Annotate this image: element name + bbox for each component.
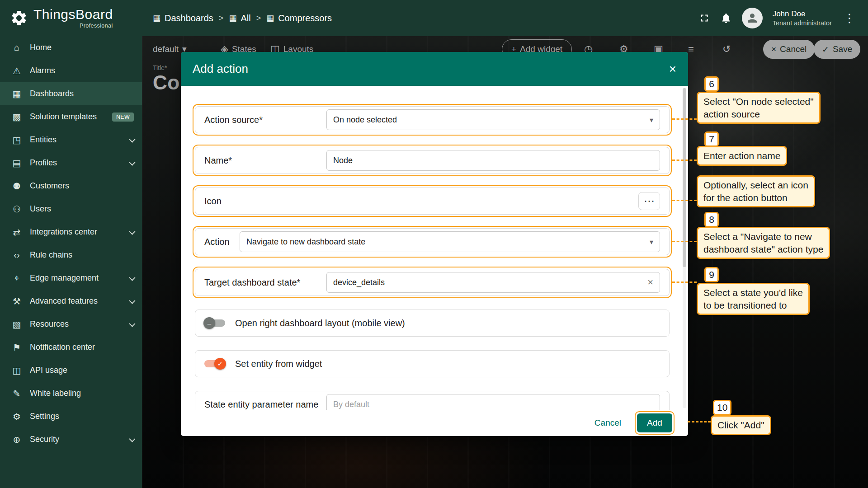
target-state-label: Target dashboard state* [204,277,326,288]
breadcrumb-dashboards[interactable]: ▦ Dashboards [153,13,213,23]
action-label: Action [204,237,240,247]
name-input[interactable] [333,156,653,165]
breadcrumb-label: Dashboards [165,13,213,23]
logo-subtitle: Professional [33,23,113,29]
entities-icon: ◳ [11,135,23,145]
dialog-cancel-button[interactable]: Cancel [594,418,621,428]
chevron-down-icon [129,297,135,304]
sidebar-item-security[interactable]: ⊕Security [0,428,142,451]
clear-icon[interactable]: × [647,277,653,287]
sidebar-item-label: Customers [30,181,69,191]
profiles-icon: ▤ [11,158,23,169]
sidebar-item-api-usage[interactable]: ◫API usage [0,359,142,382]
chevron-down-icon [129,274,135,281]
white-labeling-icon: ✎ [11,388,23,399]
sidebar-item-advanced-features[interactable]: ⚒Advanced features [0,290,142,313]
field-action-highlight: Action Navigate to new dashboard state ▾ [193,226,672,258]
sidebar-item-white-labeling[interactable]: ✎White labeling [0,382,142,405]
api-usage-icon: ◫ [11,365,23,376]
callout-number-10: 10 [713,400,731,415]
action-source-select[interactable]: On node selected ▾ [326,109,660,130]
breadcrumb-compressors[interactable]: ▦ Compressors [266,13,332,23]
top-bar: ▦ Dashboards > ▦ All > ▦ Compressors [142,0,868,36]
dialog-footer: Cancel Add [181,410,688,436]
state-param-input[interactable] [333,400,653,409]
toggle-row-mobile-layout: – Open right dashboard layout (mobile vi… [195,310,670,337]
icon-picker-button[interactable]: ⋯ [638,192,660,210]
target-state-input[interactable] [333,278,647,287]
more-menu-button[interactable]: ⋮ [842,11,857,25]
sidebar-item-label: Resources [30,319,69,329]
sidebar-item-settings[interactable]: ⚙Settings [0,405,142,428]
edge-management-icon: ⌖ [11,273,23,283]
bell-icon [720,12,732,24]
field-icon-highlight: Icon ⋯ [193,185,672,217]
breadcrumb-all[interactable]: ▦ All [229,13,250,23]
scrollbar-thumb[interactable] [683,88,686,267]
sidebar-item-customers[interactable]: ⚉Customers [0,174,142,197]
sidebar-item-home[interactable]: ⌂Home [0,36,142,59]
toggle-knob: – [203,317,215,329]
dialog-body: Action source* On node selected ▾ Name* [181,86,688,436]
avatar[interactable] [742,8,763,28]
sidebar-item-label: Users [30,204,51,214]
sidebar-item-integrations-center[interactable]: ⇄Integrations center [0,221,142,244]
sidebar-item-edge-management[interactable]: ⌖Edge management [0,267,142,290]
sidebar-item-users[interactable]: ⚇Users [0,197,142,221]
rule-chains-icon: ‹› [11,250,23,260]
sidebar-item-dashboards[interactable]: ▦Dashboards [0,82,142,105]
breadcrumb-separator: > [219,14,224,23]
sidebar-item-label: Notification center [30,343,95,352]
dialog-add-button[interactable]: Add [637,413,672,432]
callout-text-9: Select a state you'd like to be transiti… [697,283,810,315]
sidebar-item-solution-templates[interactable]: ▩Solution templatesNEW [0,105,142,128]
callout-text-7: Enter action name [697,146,787,166]
breadcrumb-separator: > [256,14,261,23]
sidebar-item-resources[interactable]: ▧Resources [0,313,142,336]
action-type-select[interactable]: Navigate to new dashboard state ▾ [240,231,660,252]
connector-target-state [672,282,697,283]
user-menu[interactable]: John Doe Tenant administrator [773,9,832,27]
breadcrumb: ▦ Dashboards > ▦ All > ▦ Compressors [153,13,332,23]
mobile-layout-toggle[interactable]: – [204,319,225,327]
action-source-value: On node selected [333,115,397,125]
fullscreen-button[interactable] [698,12,710,24]
customers-icon: ⚉ [11,181,23,192]
sidebar-item-rule-chains[interactable]: ‹›Rule chains [0,244,142,267]
thingsboard-logo[interactable]: ThingsBoard Professional [0,0,142,36]
sidebar-item-entities[interactable]: ◳Entities [0,128,142,151]
sidebar-item-alarms[interactable]: ⚠Alarms [0,59,142,82]
security-icon: ⊕ [11,434,23,445]
chevron-down-icon [129,228,135,235]
callout-text-6: Select "On node selected" action source [697,92,821,124]
dialog-title: Add action [193,62,248,76]
dashboards-icon: ▦ [266,13,274,23]
field-action: Action Navigate to new dashboard state ▾ [195,228,670,255]
target-state-input-box: × [326,272,660,293]
callout-number-8: 8 [704,212,719,227]
add-button-highlight: Add [635,411,675,435]
callout-text-icon: Optionally, select an icon for the actio… [697,175,815,207]
breadcrumb-label: Compressors [278,13,332,23]
sidebar-item-notification-center[interactable]: ⚑Notification center [0,336,142,359]
sidebar: ThingsBoard Professional ⌂Home ⚠Alarms ▦… [0,0,142,488]
connector-name [672,160,697,161]
close-icon[interactable]: × [669,63,676,75]
sidebar-nav: ⌂Home ⚠Alarms ▦Dashboards ▩Solution temp… [0,36,142,451]
row-mobile-layout: – Open right dashboard layout (mobile vi… [193,307,672,339]
sidebar-item-label: Edge management [30,273,99,283]
solution-templates-icon: ▩ [11,112,23,122]
name-input-box [326,150,660,171]
toggle-knob: ✓ [214,358,226,370]
set-entity-toggle[interactable]: ✓ [204,360,225,367]
resources-icon: ▧ [11,319,23,330]
notifications-button[interactable] [720,12,732,24]
field-target-state: Target dashboard state* × [195,269,670,296]
dialog-scrollbar[interactable] [683,88,686,408]
advanced-features-icon: ⚒ [11,296,23,307]
sidebar-item-label: Solution templates [30,112,97,122]
sidebar-item-profiles[interactable]: ▤Profiles [0,151,142,174]
settings-icon: ⚙ [11,411,23,422]
field-name-highlight: Name* [193,145,672,176]
action-source-label: Action source* [204,115,326,125]
